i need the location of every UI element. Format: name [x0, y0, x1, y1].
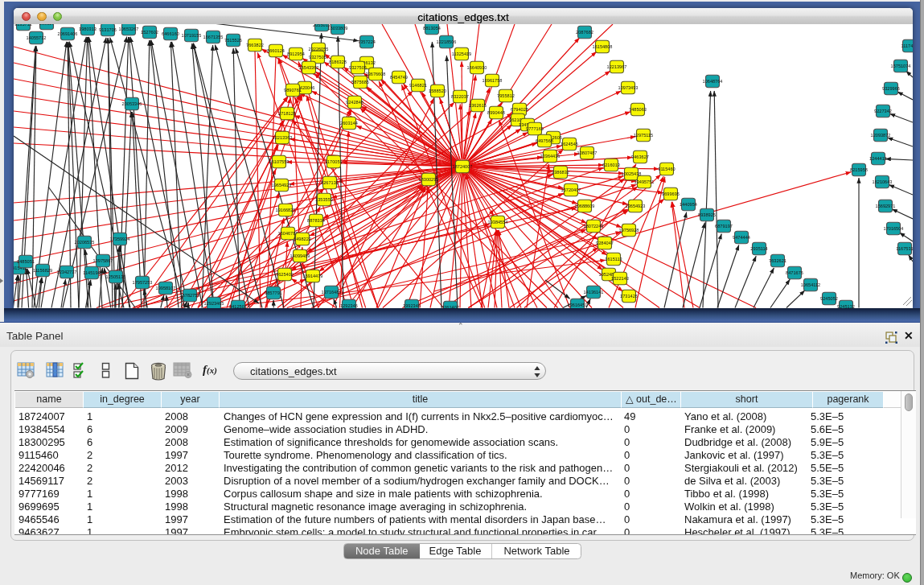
svg-text:1170051: 1170051 [325, 159, 342, 164]
svg-text:1498222: 1498222 [294, 237, 311, 241]
svg-text:14136141: 14136141 [584, 290, 604, 295]
svg-text:20053346: 20053346 [122, 101, 142, 106]
svg-text:14099489: 14099489 [290, 253, 310, 258]
svg-text:10654112: 10654112 [801, 282, 820, 287]
svg-text:16154808: 16154808 [593, 44, 613, 49]
svg-text:9857791: 9857791 [265, 290, 282, 295]
svg-text:12218506: 12218506 [437, 39, 457, 44]
svg-text:15751074: 15751074 [891, 64, 911, 68]
svg-text:8813054: 8813054 [423, 26, 441, 31]
svg-text:9329966: 9329966 [882, 86, 900, 91]
svg-text:7625402: 7625402 [276, 272, 294, 277]
svg-text:16782759: 16782759 [180, 293, 200, 298]
svg-text:1588520: 1588520 [429, 89, 446, 93]
svg-text:19166825: 19166825 [276, 208, 296, 212]
svg-text:8267130: 8267130 [321, 180, 339, 185]
svg-text:9131706: 9131706 [99, 27, 117, 32]
svg-text:16046788: 16046788 [278, 231, 298, 236]
svg-text:1362615: 1362615 [469, 103, 487, 108]
svg-text:15692971: 15692971 [876, 204, 896, 208]
svg-text:8186328: 8186328 [329, 60, 347, 64]
svg-text:18300295: 18300295 [419, 177, 439, 182]
svg-text:7515526: 7515526 [224, 38, 242, 43]
svg-text:1527602: 1527602 [141, 30, 158, 35]
svg-text:17359924: 17359924 [110, 237, 130, 241]
svg-text:1624545: 1624545 [561, 142, 578, 146]
svg-text:6216013: 6216013 [602, 163, 620, 167]
svg-text:1731426: 1731426 [620, 294, 638, 299]
svg-text:18724007: 18724007 [453, 164, 473, 169]
svg-text:1980313: 1980313 [79, 27, 97, 31]
svg-text:13716485: 13716485 [322, 290, 342, 295]
svg-text:5875685: 5875685 [351, 80, 369, 84]
svg-text:9242848: 9242848 [346, 100, 363, 105]
svg-text:13654923: 13654923 [626, 204, 646, 208]
svg-text:16961758: 16961758 [483, 78, 503, 83]
svg-text:9327505: 9327505 [349, 65, 367, 70]
svg-text:6466160: 6466160 [162, 31, 179, 36]
svg-text:19756928: 19756928 [619, 228, 639, 233]
svg-text:10807487: 10807487 [577, 150, 598, 155]
svg-text:10688609: 10688609 [575, 204, 595, 208]
svg-text:16671355: 16671355 [203, 35, 224, 39]
svg-text:13495751: 13495751 [634, 179, 655, 184]
svg-text:7663822: 7663822 [246, 43, 264, 47]
svg-text:10653267: 10653267 [119, 27, 139, 31]
svg-text:12975115: 12975115 [634, 133, 653, 138]
svg-text:6497568: 6497568 [536, 138, 553, 143]
svg-text:1244415: 1244415 [869, 156, 887, 161]
svg-text:12342737: 12342737 [57, 270, 77, 274]
svg-text:2087682: 2087682 [576, 30, 593, 35]
svg-text:20691406: 20691406 [58, 31, 78, 36]
svg-text:19654923: 19654923 [272, 183, 292, 187]
svg-text:9135712: 9135712 [14, 24, 32, 27]
svg-text:8660124: 8660124 [267, 48, 285, 53]
svg-text:9699695: 9699695 [662, 192, 680, 196]
svg-text:18072249: 18072249 [584, 224, 604, 229]
svg-text:14055712: 14055712 [27, 35, 47, 40]
svg-text:7357224: 7357224 [358, 39, 376, 44]
svg-text:1485051: 1485051 [17, 259, 35, 264]
svg-text:7485063: 7485063 [629, 107, 647, 112]
svg-text:9327505: 9327505 [309, 55, 326, 60]
svg-text:16543362: 16543362 [299, 65, 319, 70]
svg-text:1522143: 1522143 [611, 276, 629, 281]
svg-text:9227342: 9227342 [874, 109, 892, 113]
svg-text:6794028: 6794028 [511, 107, 528, 112]
svg-text:10719155: 10719155 [182, 33, 202, 38]
svg-text:10973493: 10973493 [618, 85, 639, 90]
svg-text:10648764: 10648764 [703, 79, 723, 84]
svg-text:9284047: 9284047 [596, 241, 614, 245]
svg-text:1353559: 1353559 [315, 197, 333, 202]
svg-text:8215958: 8215958 [850, 167, 868, 172]
svg-text:1167531: 1167531 [896, 246, 913, 251]
svg-text:12093872: 12093872 [871, 133, 891, 138]
svg-text:203117: 203117 [39, 24, 54, 26]
svg-text:16640910: 16640910 [467, 65, 487, 70]
svg-text:23676608: 23676608 [366, 72, 386, 76]
svg-text:9146821: 9146821 [409, 83, 427, 88]
svg-text:8471676: 8471676 [786, 270, 803, 275]
svg-text:20364436: 20364436 [540, 154, 561, 159]
svg-text:16914479: 16914479 [303, 274, 323, 278]
svg-text:6879197: 6879197 [715, 224, 733, 229]
svg-text:11156829: 11156829 [33, 268, 52, 273]
svg-text:8990448: 8990448 [487, 110, 505, 115]
svg-text:9474444: 9474444 [733, 235, 750, 240]
svg-text:12923465: 12923465 [204, 301, 224, 306]
svg-text:9890761: 9890761 [284, 88, 302, 93]
svg-text:7955812: 7955812 [497, 93, 515, 98]
svg-text:1440954: 1440954 [680, 202, 697, 207]
svg-text:12213967: 12213967 [607, 64, 627, 69]
svg-text:8454749: 8454749 [390, 75, 408, 80]
svg-text:9463627: 9463627 [631, 154, 649, 159]
svg-text:19958107: 19958107 [156, 286, 176, 290]
svg-text:7632621: 7632621 [769, 258, 786, 263]
svg-text:16033809: 16033809 [328, 26, 348, 31]
svg-text:17016504: 17016504 [884, 226, 904, 231]
svg-text:16210643: 16210643 [873, 179, 893, 184]
svg-text:8322037: 8322037 [451, 94, 469, 99]
svg-text:19384554: 19384554 [488, 220, 508, 225]
svg-text:1145194: 1145194 [83, 270, 100, 275]
svg-text:13616451: 13616451 [568, 303, 588, 307]
